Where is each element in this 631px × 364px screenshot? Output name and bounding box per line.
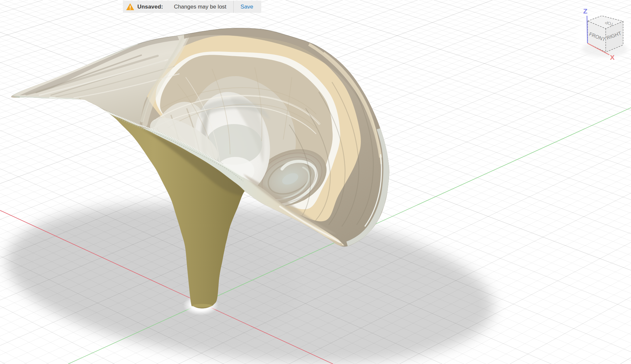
svg-text:Z: Z [583,7,588,15]
svg-text:X: X [610,54,615,61]
